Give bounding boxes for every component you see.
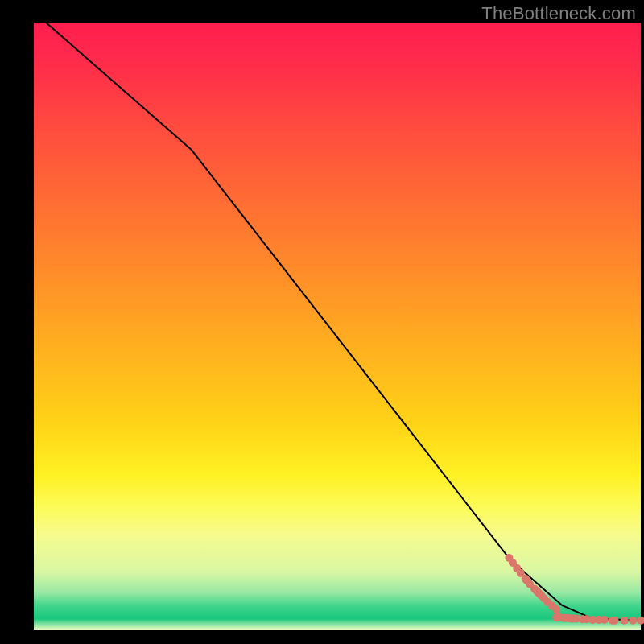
data-point bbox=[552, 605, 560, 613]
data-point bbox=[601, 616, 609, 624]
data-point bbox=[611, 617, 619, 625]
data-point bbox=[629, 617, 637, 625]
chart-stage: TheBottleneck.com bbox=[0, 0, 644, 644]
data-point bbox=[621, 617, 629, 625]
plot-background bbox=[34, 23, 641, 630]
chart-svg bbox=[0, 0, 644, 644]
